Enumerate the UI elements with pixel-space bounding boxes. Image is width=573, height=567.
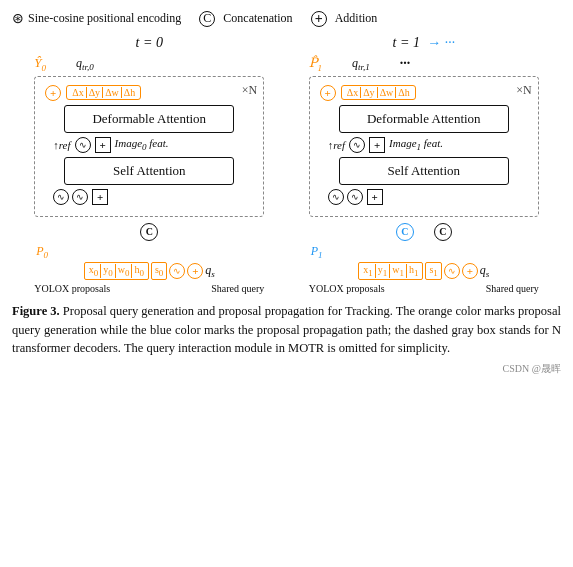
t0-sine-circle: ∿ [75,137,91,153]
legend-sine: ⊛ Sine-cosine positional encoding [12,10,181,27]
timestep-1: t = 1 → ··· P̂1 qtr,1 ··· ×N + ΔxΔyΔwΔh [299,35,549,294]
t1-qs: qs [480,263,490,279]
t1-concat1: C [396,223,414,241]
t1-xn: ×N [516,83,531,98]
t1-concat2: C [434,223,452,241]
t1-deformable-block: Deformable Attention [339,105,509,133]
t1-sa-sine2: ∿ [347,189,363,205]
t1-p-label: P1 [311,244,323,258]
t0-plus-sq: + [95,137,111,153]
t1-sine-orange: ∿ [444,263,460,279]
t1-delta-box: ΔxΔyΔwΔh [341,85,416,100]
caption-text: Proposal query generation and proposal p… [12,304,561,356]
t0-self-attention-block: Self Attention [64,157,234,185]
watermark: CSDN @晟晖 [12,362,561,376]
t0-sa-sine2: ∿ [72,189,88,205]
t0-xn: ×N [242,83,257,98]
sine-icon: ⊛ [12,10,24,27]
t1-plus-orange: + [462,263,478,279]
t0-image-feat: Image0 feat. [115,137,169,152]
t0-plus-orange: + [187,263,203,279]
t1-label: t = 1 → ··· [393,35,455,51]
t0-plus-circle: + [45,85,61,101]
legend-addition-label: Addition [335,11,378,26]
t0-concat: C [140,223,158,241]
figure-caption: Figure 3. Proposal query generation and … [12,302,561,358]
t1-query: qtr,1 [352,56,370,72]
diagram: t = 0 Ŷ0 qtr,0 ×N + ΔxΔyΔwΔh [12,35,561,294]
t1-s-box: s1 [425,262,441,280]
t1-bottom-labels: YOLOX proposals Shared query [309,283,539,294]
t1-tref: ↑ref [328,139,345,151]
t0-qs: qs [205,263,215,279]
t1-sa-plus: + [367,189,383,205]
t1-yhat: P̂1 [309,55,322,73]
t0-sine-orange: ∿ [169,263,185,279]
t1-plus-sq: + [369,137,385,153]
t1-plus-circle: + [320,85,336,101]
t0-yhat: Ŷ0 [34,55,46,73]
t0-proposals-row: x0y0w0h0 s0 ∿ + qs [84,262,215,280]
caption-label: Figure 3. [12,304,60,318]
t1-image-feat: Image1 feat. [389,137,443,152]
legend-sine-label: Sine-cosine positional encoding [28,11,181,26]
t0-tref: ↑ref [53,139,70,151]
t0-yolox-label: YOLOX proposals [34,283,110,294]
concat-icon: C [199,11,215,27]
t0-shared-query: Shared query [211,283,264,294]
t0-s-box: s0 [151,262,167,280]
t0-label: t = 0 [136,35,163,51]
t0-query: qtr,0 [76,56,94,72]
t0-prop-box: x0y0w0h0 [84,262,149,280]
t1-shared-query: Shared query [486,283,539,294]
t1-prop-box: x1y1w1h1 [358,262,423,280]
addition-icon: + [311,11,327,27]
legend-concat: C Concatenation [199,11,292,27]
t0-deformable-block: Deformable Attention [64,105,234,133]
timestep-0: t = 0 Ŷ0 qtr,0 ×N + ΔxΔyΔwΔh [24,35,274,294]
t1-dashed-box: ×N + ΔxΔyΔwΔh Deformable Attention [309,76,539,217]
t1-sa-sine1: ∿ [328,189,344,205]
t1-ellipsis: ··· [400,56,411,72]
t1-proposals-row: x1y1w1h1 s1 ∿ + qs [358,262,489,280]
t1-proposals-area: C C P1 x1y1w1h1 s1 ∿ + [309,221,539,294]
legend: ⊛ Sine-cosine positional encoding C Conc… [12,10,561,27]
legend-addition: + Addition [311,11,378,27]
t0-proposals-area: C P0 x0y0w0h0 s0 ∿ + qs [34,221,264,294]
t0-sa-sine1: ∿ [53,189,69,205]
t0-dashed-box: ×N + ΔxΔyΔwΔh Deformable Attention [34,76,264,217]
t1-self-attention-block: Self Attention [339,157,509,185]
t0-delta-box: ΔxΔyΔwΔh [66,85,141,100]
t0-sa-plus: + [92,189,108,205]
t0-bottom-labels: YOLOX proposals Shared query [34,283,264,294]
t0-p-label: P0 [36,244,48,258]
t1-yolox-label: YOLOX proposals [309,283,385,294]
t1-sine-circle: ∿ [349,137,365,153]
legend-concat-label: Concatenation [223,11,292,26]
